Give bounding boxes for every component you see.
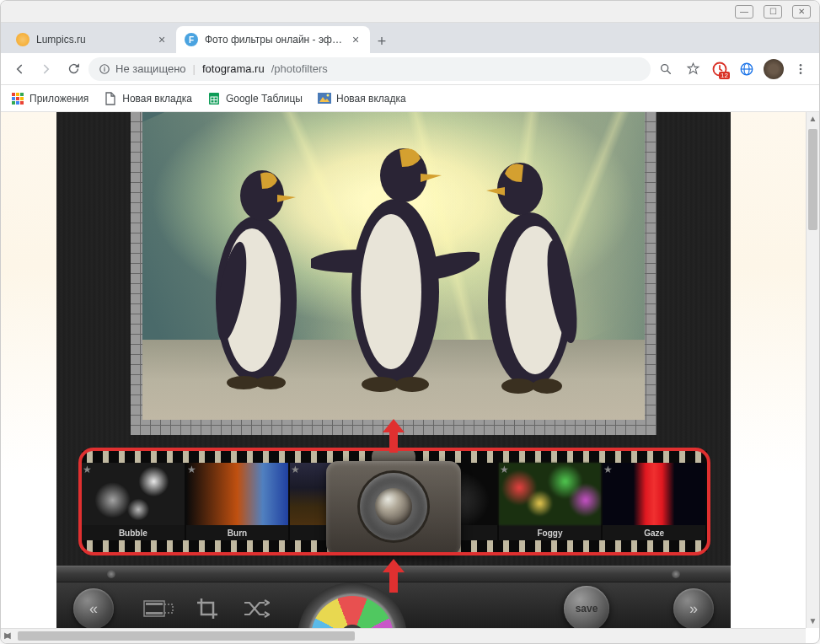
svg-point-35 — [361, 214, 421, 369]
star-icon: ★ — [291, 464, 300, 475]
svg-point-11 — [800, 72, 802, 74]
svg-rect-19 — [16, 101, 19, 105]
search-in-page-icon[interactable] — [654, 57, 678, 81]
filter-foggy[interactable]: ★ Foggy — [499, 463, 603, 540]
main-photo[interactable] — [142, 112, 645, 420]
scroll-down-icon[interactable]: ▼ — [807, 614, 819, 628]
filter-thumb — [82, 463, 185, 525]
vertical-scrollbar[interactable]: ▲ ▼ — [806, 112, 819, 628]
bookmark-label: Приложения — [29, 93, 88, 105]
bookmark-label: Google Таблицы — [226, 93, 303, 105]
translate-icon[interactable] — [735, 57, 758, 81]
profile-avatar[interactable] — [762, 57, 785, 81]
svg-rect-48 — [146, 603, 163, 605]
svg-point-37 — [362, 377, 399, 392]
tab-fotograma[interactable]: F Фото фильтры онлайн - эффект × — [176, 26, 370, 53]
horizontal-scrollbar[interactable]: ◀ ▶ — [1, 628, 806, 643]
tab-close-icon[interactable]: × — [156, 34, 168, 46]
svg-point-38 — [395, 377, 429, 392]
svg-rect-14 — [20, 93, 24, 96]
svg-point-9 — [800, 64, 802, 67]
tab-strip: Lumpics.ru × F Фото фильтры онлайн - эфф… — [1, 23, 819, 53]
filter-gaze[interactable]: ★ Gaze — [603, 463, 707, 540]
scroll-thumb[interactable] — [808, 129, 817, 230]
extension-icon[interactable]: 12 — [708, 57, 732, 81]
camera-ornament[interactable] — [326, 441, 461, 564]
filter-thumb — [186, 463, 289, 525]
svg-point-27 — [326, 94, 329, 97]
tab-title: Фото фильтры онлайн - эффект — [205, 34, 343, 46]
filter-label: Gaze — [603, 525, 705, 540]
tab-lumpics[interactable]: Lumpics.ru × — [8, 26, 176, 53]
address-bar: Не защищено | fotograma.ru/photofilters … — [1, 53, 819, 85]
svg-point-10 — [800, 67, 802, 70]
extension-badge: 12 — [719, 72, 730, 79]
filter-label: Bubble — [82, 525, 185, 540]
annotation-arrow-bottom — [381, 559, 406, 596]
back-button[interactable] — [8, 57, 31, 81]
save-button[interactable]: save — [564, 586, 609, 628]
info-icon — [99, 63, 110, 75]
page-content: ★ Bubble ★ Burn ★ Cyborg — [1, 112, 819, 628]
window-maximize-button[interactable]: ☐ — [764, 5, 782, 19]
scroll-thumb[interactable] — [18, 631, 355, 641]
svg-rect-15 — [12, 97, 15, 100]
window-minimize-button[interactable]: — — [735, 5, 753, 19]
bookmark-label: Новая вкладка — [336, 93, 406, 105]
film-roll-icon[interactable] — [141, 595, 176, 622]
filter-thumb — [603, 463, 705, 525]
image-frame — [131, 112, 657, 435]
svg-rect-18 — [12, 101, 15, 105]
scroll-right-icon[interactable]: ▶ — [1, 629, 14, 642]
shuffle-icon[interactable] — [238, 595, 274, 622]
bookmark-label: Новая вкладка — [122, 93, 192, 105]
star-icon: ★ — [500, 464, 509, 475]
filter-bubble[interactable]: ★ Bubble — [82, 463, 186, 540]
bookmark-star-icon[interactable] — [681, 57, 705, 81]
penguin-right — [463, 140, 606, 401]
filter-burn[interactable]: ★ Burn — [186, 463, 291, 540]
svg-point-33 — [255, 376, 286, 389]
bookmark-sheets[interactable]: Google Таблицы — [207, 92, 303, 105]
favicon-icon — [16, 33, 29, 46]
bookmark-apps[interactable]: Приложения — [11, 92, 88, 105]
apps-icon — [11, 92, 24, 105]
new-tab-button[interactable]: + — [370, 30, 394, 53]
bookmark-newtab-1[interactable]: Новая вкладка — [104, 92, 192, 105]
svg-rect-17 — [20, 97, 24, 100]
scroll-up-icon[interactable]: ▲ — [807, 112, 819, 126]
url-path: /photofilters — [271, 62, 328, 75]
svg-point-3 — [662, 64, 668, 71]
next-button[interactable]: » — [673, 588, 714, 628]
crop-icon[interactable] — [190, 595, 225, 622]
svg-line-4 — [667, 71, 670, 73]
filter-label: Burn — [186, 525, 289, 540]
svg-rect-13 — [16, 93, 19, 96]
svg-rect-20 — [20, 101, 24, 105]
penguin-center — [311, 123, 480, 401]
reload-button[interactable] — [62, 57, 85, 81]
svg-rect-12 — [12, 93, 15, 96]
browser-window: — ☐ ✕ Lumpics.ru × F Фото фильтры онлайн… — [0, 0, 820, 644]
penguin-left — [193, 148, 319, 401]
star-icon: ★ — [603, 464, 613, 475]
sheets-icon — [207, 92, 221, 105]
forward-button — [35, 57, 58, 81]
prev-button[interactable]: « — [73, 588, 114, 628]
svg-point-44 — [532, 378, 562, 394]
svg-rect-16 — [16, 97, 19, 100]
favicon-icon: F — [185, 33, 198, 46]
svg-marker-46 — [383, 559, 405, 593]
menu-button[interactable] — [789, 57, 812, 81]
photo-editor-app: ★ Bubble ★ Burn ★ Cyborg — [56, 112, 731, 628]
url-field[interactable]: Не защищено | fotograma.ru/photofilters — [88, 57, 651, 81]
security-label: Не защищено — [115, 62, 186, 75]
bookmarks-bar: Приложения Новая вкладка Google Таблицы … — [1, 85, 819, 112]
star-icon: ★ — [83, 464, 92, 475]
svg-rect-25 — [318, 93, 331, 104]
bookmark-newtab-2[interactable]: Новая вкладка — [318, 92, 406, 105]
tab-close-icon[interactable]: × — [350, 34, 362, 46]
window-close-button[interactable]: ✕ — [792, 5, 811, 19]
filter-thumb — [499, 463, 602, 525]
image-icon — [318, 92, 331, 105]
